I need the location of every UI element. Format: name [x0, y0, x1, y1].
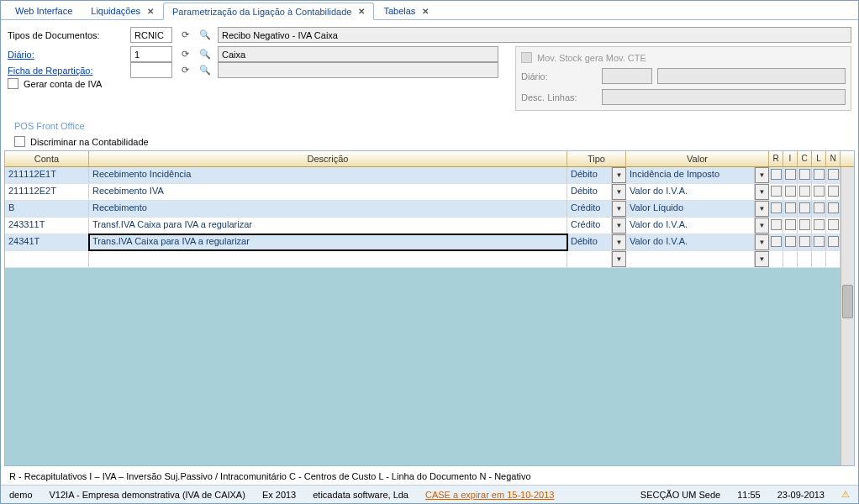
dropdown-icon[interactable]: ▼ — [755, 167, 769, 183]
cell-conta[interactable]: B — [5, 201, 89, 217]
table-row[interactable]: 243311TTransf.IVA Caixa para IVA a regul… — [5, 218, 854, 234]
cell-tipo[interactable]: Débito — [567, 184, 612, 200]
cell-flag-r[interactable] — [769, 234, 783, 250]
cell-flag-i[interactable] — [783, 218, 798, 234]
cell-flag-l[interactable] — [812, 234, 826, 250]
cell-flag-i[interactable] — [783, 167, 798, 183]
dropdown-icon[interactable]: ▼ — [612, 234, 626, 250]
cell-flag-c[interactable] — [798, 184, 812, 200]
cell-flag-n[interactable] — [826, 167, 841, 183]
cell-valor[interactable] — [626, 251, 755, 267]
search-icon[interactable]: 🔍 — [198, 47, 213, 62]
checkbox[interactable] — [814, 219, 825, 230]
cell-flag-n[interactable] — [826, 234, 841, 250]
col-c[interactable]: C — [798, 151, 812, 166]
cell-descricao[interactable]: Trans.IVA Caixa para IVA a regularizar — [88, 234, 568, 251]
dropdown-icon[interactable]: ▼ — [755, 251, 769, 267]
checkbox[interactable] — [785, 186, 796, 197]
diario-desc[interactable] — [218, 46, 498, 62]
cell-valor[interactable]: Valor do I.V.A. — [626, 234, 755, 250]
dropdown-icon[interactable]: ▼ — [612, 184, 626, 200]
cell-flag-r[interactable] — [769, 218, 783, 234]
dropdown-icon[interactable]: ▼ — [612, 251, 626, 267]
search-icon[interactable]: 🔍 — [198, 28, 213, 43]
cell-flag-r[interactable] — [769, 167, 783, 183]
checkbox[interactable] — [828, 236, 839, 247]
status-warning[interactable]: CASE a expirar em 15-10-2013 — [425, 490, 554, 500]
tab-liquidacoes[interactable]: Liquidações ✕ — [82, 3, 163, 19]
checkbox[interactable] — [799, 169, 810, 180]
cell-flag-l[interactable] — [812, 218, 826, 234]
checkbox[interactable] — [785, 202, 796, 213]
col-i[interactable]: I — [783, 151, 798, 166]
cell-valor[interactable]: Incidência de Imposto — [626, 167, 755, 183]
cell-tipo[interactable]: Crédito — [567, 218, 612, 234]
diario-input[interactable] — [130, 46, 172, 62]
cell-descricao[interactable]: Recebimento Incidência — [89, 167, 567, 183]
cell-tipo[interactable]: Débito — [567, 234, 612, 250]
cell-flag-i[interactable] — [783, 251, 798, 267]
diario-label[interactable]: Diário: — [8, 50, 125, 60]
checkbox[interactable] — [771, 202, 782, 213]
close-icon[interactable]: ✕ — [147, 7, 154, 16]
col-l[interactable]: L — [812, 151, 826, 166]
tab-parametrizacao[interactable]: Parametrização da Ligação à Contabilidad… — [163, 3, 374, 20]
checkbox[interactable] — [828, 186, 839, 197]
cell-conta[interactable] — [5, 251, 89, 267]
checkbox[interactable] — [799, 236, 810, 247]
cell-valor[interactable]: Valor Líquido — [626, 201, 755, 217]
tab-web-interface[interactable]: Web Interface — [6, 3, 82, 19]
checkbox[interactable] — [799, 186, 810, 197]
checkbox[interactable] — [785, 169, 796, 180]
cell-conta[interactable]: 211112E2T — [5, 184, 89, 200]
col-r[interactable]: R — [769, 151, 783, 166]
cell-conta[interactable]: 24341T — [5, 234, 89, 250]
cell-flag-n[interactable] — [826, 201, 841, 217]
checkbox[interactable] — [799, 202, 810, 213]
checkbox[interactable] — [771, 219, 782, 230]
checkbox[interactable] — [814, 202, 825, 213]
cell-flag-r[interactable] — [769, 184, 783, 200]
search-icon[interactable]: 🔍 — [198, 63, 213, 78]
tipos-documentos-input[interactable] — [130, 27, 172, 43]
cell-flag-i[interactable] — [783, 184, 798, 200]
checkbox[interactable] — [814, 169, 825, 180]
cell-conta[interactable]: 243311T — [5, 218, 89, 234]
cell-descricao[interactable] — [89, 251, 567, 267]
close-icon[interactable]: ✕ — [358, 7, 365, 16]
tipos-documentos-desc[interactable] — [218, 27, 851, 43]
scrollbar-thumb[interactable] — [842, 285, 853, 318]
cell-flag-r[interactable] — [769, 251, 783, 267]
table-row[interactable]: 211112E1TRecebimento IncidênciaDébito▼In… — [5, 167, 854, 184]
checkbox[interactable] — [828, 169, 839, 180]
dropdown-icon[interactable]: ▼ — [612, 201, 626, 217]
cell-flag-c[interactable] — [798, 218, 812, 234]
cell-valor[interactable]: Valor do I.V.A. — [626, 218, 755, 234]
ficha-label[interactable]: Ficha de Repartição: — [8, 66, 125, 76]
dropdown-icon[interactable]: ▼ — [612, 218, 626, 234]
vertical-scrollbar[interactable] — [841, 167, 854, 465]
dropdown-icon[interactable]: ▼ — [612, 167, 626, 183]
dropdown-icon[interactable]: ▼ — [755, 234, 769, 250]
discriminar-checkbox[interactable] — [14, 136, 25, 147]
dropdown-icon[interactable]: ▼ — [755, 201, 769, 217]
cell-flag-c[interactable] — [798, 167, 812, 183]
tab-tabelas[interactable]: Tabelas ✕ — [374, 3, 438, 19]
col-n[interactable]: N — [826, 151, 841, 166]
refresh-icon[interactable]: ⟳ — [177, 63, 192, 78]
col-tipo[interactable]: Tipo — [567, 151, 626, 166]
cell-flag-l[interactable] — [812, 201, 826, 217]
checkbox[interactable] — [771, 169, 782, 180]
refresh-icon[interactable]: ⟳ — [177, 28, 192, 43]
checkbox[interactable] — [814, 236, 825, 247]
ficha-input[interactable] — [130, 62, 172, 78]
cell-flag-l[interactable] — [812, 167, 826, 183]
col-conta[interactable]: Conta — [5, 151, 89, 166]
col-valor[interactable]: Valor — [626, 151, 769, 166]
cell-valor[interactable]: Valor do I.V.A. — [626, 184, 755, 200]
cell-descricao[interactable]: Transf.IVA Caixa para IVA a regularizar — [89, 218, 567, 234]
close-icon[interactable]: ✕ — [422, 7, 429, 16]
cell-flag-c[interactable] — [798, 251, 812, 267]
checkbox[interactable] — [799, 219, 810, 230]
cell-flag-c[interactable] — [798, 234, 812, 250]
